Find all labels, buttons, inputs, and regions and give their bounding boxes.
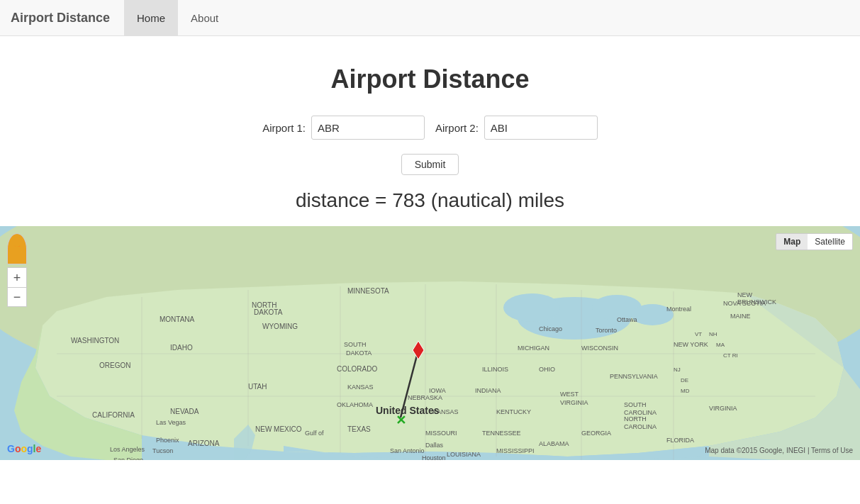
svg-text:NEW: NEW bbox=[737, 291, 753, 298]
svg-text:MISSISSIPPI: MISSISSIPPI bbox=[496, 447, 535, 454]
svg-text:United States: United States bbox=[376, 405, 440, 416]
airport1-input[interactable] bbox=[311, 116, 425, 140]
svg-text:TENNESSEE: TENNESSEE bbox=[482, 430, 521, 437]
svg-text:Dallas: Dallas bbox=[425, 442, 444, 449]
svg-text:Ottawa: Ottawa bbox=[617, 316, 637, 323]
airport1-group: Airport 1: bbox=[262, 116, 425, 140]
google-logo: Google bbox=[7, 443, 41, 454]
svg-text:Toronto: Toronto bbox=[596, 327, 617, 334]
svg-text:DAKOTA: DAKOTA bbox=[254, 308, 283, 316]
pegman-icon: 🧍 bbox=[8, 241, 27, 257]
submit-button[interactable]: Submit bbox=[401, 154, 459, 175]
svg-text:CAROLINA: CAROLINA bbox=[624, 423, 657, 430]
svg-text:OREGON: OREGON bbox=[99, 362, 130, 369]
svg-text:COLORADO: COLORADO bbox=[337, 365, 377, 373]
nav-about[interactable]: About bbox=[178, 0, 231, 35]
svg-text:UTAH: UTAH bbox=[248, 383, 267, 391]
svg-text:VIRGINIA: VIRGINIA bbox=[709, 405, 737, 412]
svg-text:Phoenix: Phoenix bbox=[156, 437, 179, 444]
nav-home[interactable]: Home bbox=[124, 0, 178, 35]
svg-text:DE: DE bbox=[681, 377, 688, 383]
pegman-control[interactable]: 🧍 bbox=[7, 233, 27, 264]
svg-text:IOWA: IOWA bbox=[429, 387, 446, 394]
zoom-out-button[interactable]: − bbox=[7, 287, 27, 307]
airport2-label: Airport 2: bbox=[435, 122, 479, 134]
svg-point-3 bbox=[503, 293, 560, 322]
svg-text:WASHINGTON: WASHINGTON bbox=[71, 337, 119, 345]
svg-text:NEBRASKA: NEBRASKA bbox=[408, 394, 442, 401]
zoom-controls: + − bbox=[7, 267, 27, 307]
svg-text:Tucson: Tucson bbox=[152, 447, 173, 454]
svg-text:WEST: WEST bbox=[560, 391, 579, 398]
svg-text:ALABAMA: ALABAMA bbox=[539, 440, 569, 447]
svg-text:San Antonio: San Antonio bbox=[390, 447, 425, 454]
svg-text:CAROLINA: CAROLINA bbox=[624, 409, 657, 416]
svg-text:VIRGINIA: VIRGINIA bbox=[560, 399, 588, 406]
svg-text:MAINE: MAINE bbox=[730, 313, 751, 320]
navbar-brand: Airport Distance bbox=[11, 11, 110, 26]
svg-text:OHIO: OHIO bbox=[539, 366, 555, 373]
nav-items: Home About bbox=[124, 0, 231, 35]
navbar: Airport Distance Home About bbox=[0, 0, 860, 36]
svg-text:Chicago: Chicago bbox=[539, 325, 562, 332]
svg-text:Houston: Houston bbox=[422, 454, 446, 460]
svg-text:SOUTH: SOUTH bbox=[624, 401, 647, 408]
svg-text:NJ: NJ bbox=[674, 366, 681, 373]
map-svg: OREGON WASHINGTON IDAHO MONTANA WYOMING … bbox=[0, 226, 860, 460]
airport2-group: Airport 2: bbox=[435, 116, 598, 140]
svg-text:NH: NH bbox=[709, 331, 717, 337]
svg-text:DAKOTA: DAKOTA bbox=[346, 349, 372, 357]
zoom-in-button[interactable]: + bbox=[7, 267, 27, 287]
map-attribution: Map data ©2015 Google, INEGI | Terms of … bbox=[705, 447, 853, 454]
map-container: OREGON WASHINGTON IDAHO MONTANA WYOMING … bbox=[0, 226, 860, 460]
map-type-map[interactable]: Map bbox=[776, 234, 808, 250]
svg-text:WYOMING: WYOMING bbox=[262, 323, 298, 330]
svg-text:Las Vegas: Las Vegas bbox=[156, 419, 186, 426]
svg-text:TEXAS: TEXAS bbox=[347, 425, 371, 433]
svg-text:PENNSYLVANIA: PENNSYLVANIA bbox=[610, 373, 658, 380]
svg-text:MONTANA: MONTANA bbox=[160, 315, 195, 323]
svg-text:MISSOURI: MISSOURI bbox=[425, 430, 457, 437]
svg-text:CT RI: CT RI bbox=[723, 352, 738, 359]
svg-text:Montreal: Montreal bbox=[666, 306, 691, 313]
svg-text:LOUISIANA: LOUISIANA bbox=[447, 451, 481, 458]
svg-text:Gulf of: Gulf of bbox=[305, 430, 324, 437]
svg-text:MA: MA bbox=[716, 342, 725, 348]
svg-text:SOUTH: SOUTH bbox=[344, 341, 367, 348]
svg-text:NORTH: NORTH bbox=[624, 415, 647, 422]
svg-text:BRUNSWICK: BRUNSWICK bbox=[737, 298, 776, 306]
svg-text:IDAHO: IDAHO bbox=[170, 344, 193, 352]
airport2-input[interactable] bbox=[484, 116, 598, 140]
page-title: Airport Distance bbox=[330, 65, 529, 94]
svg-text:San Diego: San Diego bbox=[113, 457, 143, 460]
svg-text:CALIFORNIA: CALIFORNIA bbox=[92, 411, 135, 419]
svg-text:FLORIDA: FLORIDA bbox=[666, 437, 694, 444]
map-controls: 🧍 + − bbox=[7, 233, 27, 307]
svg-text:MD: MD bbox=[681, 388, 690, 394]
svg-text:NEW MEXICO: NEW MEXICO bbox=[255, 425, 302, 433]
svg-text:KENTUCKY: KENTUCKY bbox=[496, 408, 531, 415]
airport1-label: Airport 1: bbox=[262, 122, 306, 134]
svg-text:GEORGIA: GEORGIA bbox=[581, 430, 611, 437]
svg-text:ILLINOIS: ILLINOIS bbox=[482, 366, 508, 373]
svg-text:MINNESOTA: MINNESOTA bbox=[347, 287, 389, 295]
svg-text:OKLAHOMA: OKLAHOMA bbox=[337, 401, 373, 408]
svg-text:INDIANA: INDIANA bbox=[475, 387, 501, 394]
svg-text:NEW YORK: NEW YORK bbox=[674, 341, 708, 348]
svg-text:ARIZONA: ARIZONA bbox=[188, 439, 220, 447]
distance-result: distance = 783 (nautical) miles bbox=[296, 189, 564, 212]
form-row: Airport 1: Airport 2: bbox=[262, 116, 598, 140]
svg-text:VT: VT bbox=[695, 331, 702, 337]
svg-text:WISCONSIN: WISCONSIN bbox=[581, 345, 618, 352]
svg-text:KANSAS: KANSAS bbox=[347, 383, 374, 391]
svg-text:NEVADA: NEVADA bbox=[170, 408, 199, 415]
map-type-toggle: Map Satellite bbox=[776, 233, 853, 250]
svg-text:MICHIGAN: MICHIGAN bbox=[518, 345, 549, 352]
svg-text:Los Angeles: Los Angeles bbox=[110, 446, 145, 453]
svg-text:✕: ✕ bbox=[396, 413, 406, 427]
main-content: Airport Distance Airport 1: Airport 2: S… bbox=[0, 36, 860, 226]
map-type-satellite[interactable]: Satellite bbox=[808, 234, 852, 250]
